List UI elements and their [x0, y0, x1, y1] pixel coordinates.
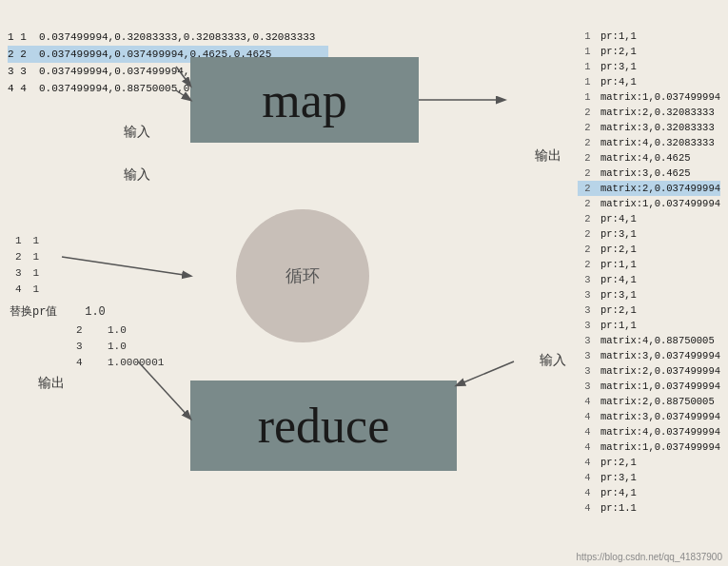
svg-line-5	[457, 361, 514, 385]
right-code-line: 4 matrix:4,0.037499994	[578, 424, 720, 439]
right-code-line: 2 pr:2,1	[578, 242, 720, 257]
right-code-line: 1 pr:2,1	[578, 44, 720, 59]
reduce-label: reduce	[258, 398, 390, 454]
right-code-line: 2 matrix:4,0.4625	[578, 150, 720, 166]
cycle-circle: 循环	[236, 209, 369, 342]
right-code-line: 3 pr:3,1	[578, 287, 720, 303]
right-code-line: 2 matrix:3,0.4625	[578, 166, 720, 181]
table-row: 4 1	[10, 282, 45, 298]
svg-line-3	[62, 257, 190, 276]
right-code-line: 3 matrix:1,0.037499994	[578, 379, 720, 394]
replace-pr-section: 替换pr值 1.0 2 1.0 3 1.0 4 1.0000001 输出	[10, 304, 164, 391]
right-code-line: 3 matrix:4,0.88750005	[578, 333, 720, 348]
table-row: 2 1	[10, 249, 45, 265]
right-code-line: 1 matrix:1,0.037499994	[578, 89, 720, 105]
table-row: 1 1	[10, 233, 45, 249]
right-code-line: 4 pr:4,1	[578, 485, 720, 500]
right-code-line: 2 matrix:1,0.037499994	[578, 196, 720, 211]
input-label-2: 输入	[124, 166, 150, 184]
right-code-line: 3 pr:1,1	[578, 318, 720, 333]
right-code-line: 4 matrix:3,0.037499994	[578, 409, 720, 424]
right-code-line: 2 matrix:4,0.32083333	[578, 135, 720, 150]
input-label-3: 输入	[540, 352, 566, 369]
input-label-1: 输入	[124, 124, 150, 141]
right-code-line: 4 matrix:2,0.88750005	[578, 394, 720, 409]
right-code-line: 2 pr:1,1	[578, 257, 720, 272]
output-label-bottom: 输出	[38, 375, 164, 391]
watermark: https://blog.csdn.net/qq_41837900	[577, 552, 722, 562]
right-code-line: 4 pr:2,1	[578, 455, 720, 470]
right-code-block: 1 pr:1,11 pr:2,11 pr:3,11 pr:4,11 matrix…	[578, 29, 720, 516]
right-code-line: 2 pr:4,1	[578, 211, 720, 226]
right-code-line: 1 pr:4,1	[578, 74, 720, 89]
right-code-line: 3 matrix:2,0.037499994	[578, 363, 720, 379]
right-code-line: 3 pr:4,1	[578, 272, 720, 287]
right-code-line: 4 pr:3,1	[578, 470, 720, 485]
cycle-label: 循环	[285, 264, 320, 287]
reduce-box: reduce	[190, 381, 457, 471]
output-label-1: 输出	[535, 147, 561, 165]
right-code-line: 2 pr:3,1	[578, 226, 720, 242]
right-code-line: 2 matrix:2,0.037499994	[578, 181, 720, 196]
right-code-line: 1 pr:1,1	[578, 29, 720, 44]
bottom-left-table: 1 1 2 1 3 1 4 1	[10, 233, 45, 298]
left-code-line-1: 1 1 0.037499994,0.32083333,0.32083333,0.…	[8, 29, 328, 46]
map-label: map	[262, 72, 347, 128]
right-code-line: 1 pr:3,1	[578, 59, 720, 74]
map-box: map	[190, 57, 419, 143]
right-code-line: 3 matrix:3,0.037499994	[578, 348, 720, 363]
replace-pr-label: 替换pr值 1.0	[10, 304, 164, 321]
right-code-line: 4 matrix:1,0.037499994	[578, 439, 720, 455]
right-code-line: 3 pr:2,1	[578, 303, 720, 318]
right-code-line: 2 matrix:3,0.32083333	[578, 120, 720, 135]
table-row: 3 1	[10, 265, 45, 282]
right-code-line: 2 matrix:2,0.32083333	[578, 105, 720, 120]
right-code-line: 4 pr:1.1	[578, 500, 720, 516]
